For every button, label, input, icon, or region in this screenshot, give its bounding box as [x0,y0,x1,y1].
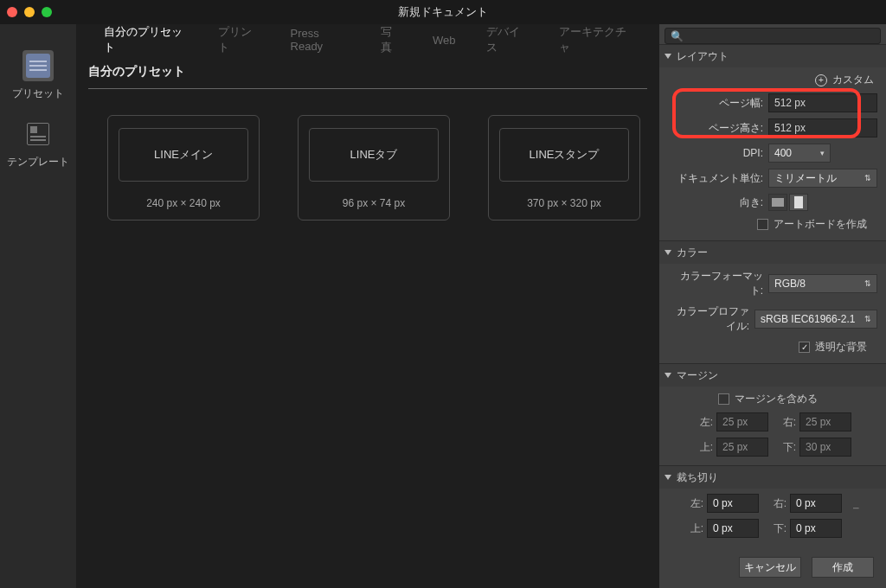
dpi-select[interactable]: 400▾ [768,144,831,163]
preset-thumb: LINEタブ [309,128,439,182]
rail-templates-label: テンプレート [7,155,69,169]
create-artboard-label: アートボードを作成 [774,217,867,232]
units-select[interactable]: ミリメートル⇅ [768,169,877,188]
section-bleed-title: 裁ち切り [677,470,718,485]
create-button[interactable]: 作成 [812,557,874,578]
section-layout-title: レイアウト [677,49,729,64]
tab-devices[interactable]: デバイス [471,24,543,62]
section-title: 自分のプリセット [88,64,185,86]
bleed-left-label: 左: [684,496,703,511]
rail-templates[interactable]: テンプレート [7,118,69,169]
bleed-bottom-label: 下: [767,521,786,536]
bleed-bottom-input[interactable]: 0 px [790,519,842,538]
preset-card[interactable]: LINEスタンプ 370 px × 320 px [488,115,640,220]
page-height-input[interactable]: 512 px [768,118,877,137]
bleed-top-label: 上: [684,521,703,536]
margin-right-input[interactable]: 25 px [799,412,851,431]
chevron-down-icon [664,250,671,255]
svg-rect-1 [794,196,803,208]
section-margin-header[interactable]: マージン [659,364,886,387]
templates-icon [27,123,49,145]
units-label: ドキュメント単位: [668,171,763,186]
page-width-input[interactable]: 512 px [768,93,877,112]
color-format-value: RGB/8 [774,278,806,290]
bleed-right-label: 右: [767,496,786,511]
preset-thumb: LINEメイン [119,128,248,182]
tab-web[interactable]: Web [417,27,472,54]
preset-dims: 240 px × 240 px [146,197,221,209]
rail-presets[interactable]: プリセット [12,50,64,101]
color-profile-select[interactable]: sRGB IEC61966-2.1⇅ [754,310,877,329]
close-icon[interactable] [7,7,17,17]
dpi-value: 400 [774,147,792,159]
margin-bottom-input[interactable]: 30 px [799,438,851,457]
tab-architecture[interactable]: アーキテクチャ [543,24,647,62]
link-icon[interactable]: ⎯ [851,498,861,508]
bleed-top-input[interactable]: 0 px [707,519,759,538]
section-layout-header[interactable]: レイアウト [659,45,886,67]
minimize-icon[interactable] [24,7,35,17]
tab-print[interactable]: プリント [202,24,275,62]
margin-right-label: 右: [777,415,796,430]
preset-cards: LINEメイン 240 px × 240 px LINEタブ 96 px × 7… [88,89,647,246]
rail-presets-label: プリセット [12,86,64,101]
margin-bottom-label: 下: [777,440,796,455]
titlebar: 新規ドキュメント [0,0,886,24]
orientation-landscape[interactable] [768,194,787,211]
color-format-label: カラーフォーマット: [668,269,763,298]
bleed-right-input[interactable]: 0 px [790,494,842,513]
window-title: 新規ドキュメント [398,4,488,20]
chevron-down-icon [664,475,671,480]
orientation-label: 向き: [668,195,763,210]
preset-card[interactable]: LINEメイン 240 px × 240 px [107,115,260,220]
left-rail: プリセット テンプレート [0,24,76,588]
category-tabs: 自分のプリセット プリント Press Ready 写真 Web デバイス アー… [88,24,647,55]
section-bleed-header[interactable]: 裁ち切り [659,466,886,489]
bleed-left-input[interactable]: 0 px [707,494,759,513]
search-icon: 🔍 [671,30,684,42]
color-format-select[interactable]: RGB/8⇅ [768,274,877,293]
search-input[interactable]: 🔍 [664,28,881,44]
preset-card[interactable]: LINEタブ 96 px × 74 px [298,115,450,220]
orientation-portrait[interactable] [789,194,808,211]
preset-dims: 96 px × 74 px [343,197,405,209]
transparent-bg-label: 透明な背景 [815,340,867,355]
margin-top-label: 上: [694,440,713,455]
transparent-bg-checkbox[interactable]: ✓ [799,342,810,353]
section-color-header[interactable]: カラー [659,241,886,264]
include-margin-label: マージンを含める [735,392,818,406]
add-custom-preset[interactable]: + カスタム [668,73,877,87]
margin-left-label: 左: [694,415,713,430]
dpi-label: DPI: [668,147,763,159]
units-value: ミリメートル [774,171,837,186]
tab-photo[interactable]: 写真 [365,24,417,62]
svg-rect-0 [772,198,784,207]
zoom-icon[interactable] [42,7,52,17]
preset-thumb: LINEスタンプ [499,128,629,182]
margin-left-input[interactable]: 25 px [716,412,768,431]
page-width-label: ページ幅: [668,96,763,111]
center-pane: 自分のプリセット プリント Press Ready 写真 Web デバイス アー… [76,24,659,588]
properties-panel: 🔍 レイアウト + カスタム ページ幅: 512 px [659,24,886,588]
color-profile-label: カラープロファイル: [668,304,749,334]
add-custom-label: カスタム [832,73,874,87]
margin-top-input[interactable]: 25 px [716,438,768,457]
include-margin-checkbox[interactable] [718,393,729,405]
preset-dims: 370 px × 320 px [527,197,601,209]
tab-press-ready[interactable]: Press Ready [275,24,365,60]
cancel-button[interactable]: キャンセル [739,557,801,578]
tab-my-presets[interactable]: 自分のプリセット [88,24,202,62]
section-color-title: カラー [677,246,708,260]
chevron-down-icon [664,54,671,59]
page-height-label: ページ高さ: [668,121,763,136]
presets-icon [26,54,50,78]
color-profile-value: sRGB IEC61966-2.1 [761,313,864,325]
section-margin-title: マージン [677,368,718,383]
plus-circle-icon: + [815,74,827,86]
create-artboard-checkbox[interactable] [757,219,768,230]
chevron-down-icon [664,373,671,378]
